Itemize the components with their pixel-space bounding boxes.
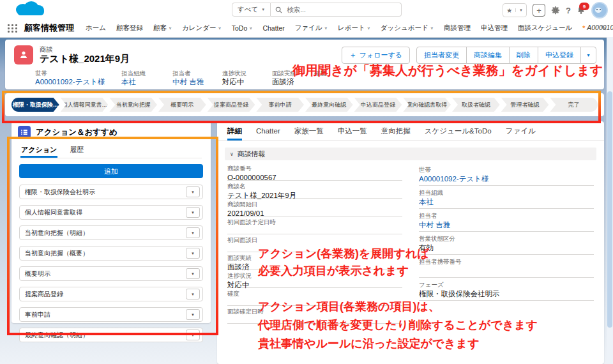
action-item[interactable]: 概要明示▼	[19, 266, 203, 281]
notification-count-badge: 9	[579, 3, 589, 10]
notifications-bell-icon[interactable]: 9	[577, 6, 586, 15]
item-dropdown-button[interactable]: ▼	[186, 330, 200, 340]
record-action-button[interactable]: 申込登録	[538, 47, 581, 64]
path-stage-1[interactable]: 権限・取扱保険...	[11, 98, 59, 112]
chevron-down-icon: ∨	[218, 26, 222, 31]
nav-tab[interactable]: カレンダー∨	[182, 24, 222, 33]
nav-tabs: ホーム顧客登録顧客∨カレンダー∨ToDo∨Chatterファイル∨レポート∨ダッ…	[86, 24, 597, 33]
record-action-button[interactable]: 担当者変更	[416, 47, 467, 64]
path-stage-4[interactable]: 概要明示	[158, 98, 206, 112]
action-item[interactable]: 最終意向確認（明細）▼	[19, 328, 203, 342]
action-item[interactable]: 個人情報同意書取得▼	[19, 205, 203, 220]
action-item[interactable]: 当初意向把握（概要）▼	[19, 246, 203, 261]
nav-tab[interactable]: ダッシュボード∨	[381, 24, 434, 33]
user-avatar[interactable]	[591, 2, 608, 19]
actions-panel-tabs: アクション履歴	[20, 143, 202, 158]
record-action-buttons: 担当者変更商談編集削除申込登録▼	[416, 47, 596, 64]
path-stage-3[interactable]: 当初意向把握	[109, 98, 157, 112]
action-item[interactable]: 権限・取扱保険会社明示▼	[19, 185, 203, 199]
detail-field: 世帯A00001092-テスト様	[419, 163, 594, 186]
field-value[interactable]: A00001092-テスト様	[35, 77, 121, 86]
help-icon[interactable]: ?	[566, 6, 571, 15]
search-scope-select[interactable]: すべて ▼	[232, 3, 271, 17]
setup-gear-icon[interactable]	[551, 6, 560, 15]
nav-tab[interactable]: 面談スケジュール	[518, 24, 572, 33]
plus-icon: ＋	[349, 50, 357, 61]
more-actions-button[interactable]: ▼	[580, 47, 596, 64]
detail-tab[interactable]: スケジュール&ToDo	[425, 121, 492, 140]
detail-field: 担当者携帯番号	[419, 255, 594, 278]
field-value[interactable]: 本社	[419, 197, 594, 207]
search-input[interactable]	[285, 5, 397, 14]
path-stage-12[interactable]: 完了	[550, 98, 598, 112]
item-dropdown-button[interactable]: ▼	[186, 207, 200, 218]
actions-panel-title: アクション＆おすすめ	[36, 127, 117, 138]
detail-tab[interactable]: 詳細	[227, 121, 242, 140]
chevron-down-icon[interactable]: ▼	[515, 8, 526, 12]
annotation-bottom-note: アクション項目(各業務の項目)は、 代理店側で順番を変更したり削除することができ…	[258, 298, 538, 353]
detail-field: 初回面談予定日時	[227, 216, 402, 234]
nav-tab[interactable]: ToDo∨	[232, 24, 253, 32]
detail-field: 担当組織本社	[419, 186, 594, 209]
action-list-icon	[18, 126, 31, 139]
item-dropdown-button[interactable]: ▼	[186, 248, 200, 259]
nav-tab[interactable]: 申込管理	[481, 24, 508, 33]
field-value[interactable]: 中村 吉雅	[172, 77, 222, 86]
path-stage-7[interactable]: 最終意向確認	[305, 98, 353, 112]
detail-field: 担当者中村 吉雅	[419, 209, 594, 232]
detail-tab[interactable]: ファイル	[506, 121, 536, 140]
global-actions-button[interactable]: +	[533, 4, 545, 17]
salesforce-window: すべて ▼ ★ ▼ + ? 9	[0, 0, 613, 364]
action-item[interactable]: 事前申請▼	[19, 307, 203, 322]
item-dropdown-button[interactable]: ▼	[186, 186, 200, 197]
detail-tab[interactable]: 申込一覧	[338, 121, 367, 140]
path-stage-8[interactable]: 申込商品登録	[354, 98, 402, 112]
path-stage-2[interactable]: 個人情報同意書...	[61, 98, 109, 112]
section-header[interactable]: ∨ 商談情報	[225, 148, 596, 160]
scrollbar-thumb[interactable]	[607, 91, 612, 328]
field-value[interactable]: A00001092-テスト様	[419, 174, 594, 184]
record-field: 世帯A00001092-テスト様	[35, 70, 121, 86]
item-dropdown-button[interactable]: ▼	[186, 227, 200, 238]
annotation-mid-note: アクション(各業務)を展開すれば 必要入力項目が表示されます	[258, 245, 429, 280]
add-action-button[interactable]: 追加	[19, 164, 203, 178]
chevron-down-icon: ∨	[230, 151, 234, 157]
nav-tab[interactable]: ホーム	[86, 24, 106, 33]
path-stage-5[interactable]: 提案商品登録	[208, 98, 255, 112]
nav-tab[interactable]: Chatter	[262, 24, 284, 32]
global-search: すべて ▼	[232, 3, 402, 17]
nav-tab[interactable]: *A00001092-テスト様∨×	[582, 24, 613, 33]
nav-tab[interactable]: レポート∨	[338, 24, 370, 33]
app-launcher-icon[interactable]	[8, 24, 18, 33]
detail-tab[interactable]: 意向把握	[381, 121, 411, 140]
path-stage-11[interactable]: 管理者確認	[501, 98, 549, 112]
item-dropdown-button[interactable]: ▼	[186, 289, 200, 300]
record-entity-label: 商談	[40, 45, 130, 53]
path-stage-9[interactable]: 意向確認書取得	[403, 98, 451, 112]
action-tab[interactable]: 履歴	[69, 143, 84, 158]
detail-tab[interactable]: Chatter	[256, 121, 280, 140]
chevron-down-icon: ∨	[324, 26, 328, 31]
path-stage-6[interactable]: 事前申請	[256, 98, 304, 112]
follow-button[interactable]: ＋ フォローする	[342, 47, 410, 64]
record-action-button[interactable]: 商談編集	[466, 47, 510, 64]
nav-tab[interactable]: 顧客∨	[153, 24, 172, 33]
item-dropdown-button[interactable]: ▼	[186, 309, 200, 320]
page-scrollbar[interactable]	[607, 37, 613, 364]
record-action-button[interactable]: 削除	[509, 47, 538, 64]
favorites-button[interactable]: ★ ▼	[503, 3, 527, 17]
field-value[interactable]: 本社	[121, 77, 172, 86]
detail-tab[interactable]: 家族一覧	[294, 121, 324, 140]
edit-nav-pencil-icon[interactable]: ✎	[601, 24, 607, 33]
action-item[interactable]: 提案商品登録▼	[19, 287, 203, 301]
nav-tab[interactable]: 顧客登録	[116, 24, 143, 33]
star-icon[interactable]: ★	[503, 7, 515, 14]
action-item[interactable]: 当初意向把握（明細）▼	[19, 225, 203, 240]
field-value[interactable]: 中村 吉雅	[419, 220, 594, 230]
action-tab[interactable]: アクション	[20, 143, 57, 158]
search-icon	[275, 6, 282, 13]
item-dropdown-button[interactable]: ▼	[186, 268, 200, 279]
nav-tab[interactable]: 商談管理	[444, 24, 471, 33]
path-stage-10[interactable]: 取扱者確認	[452, 98, 500, 112]
nav-tab[interactable]: ファイル∨	[295, 24, 328, 33]
